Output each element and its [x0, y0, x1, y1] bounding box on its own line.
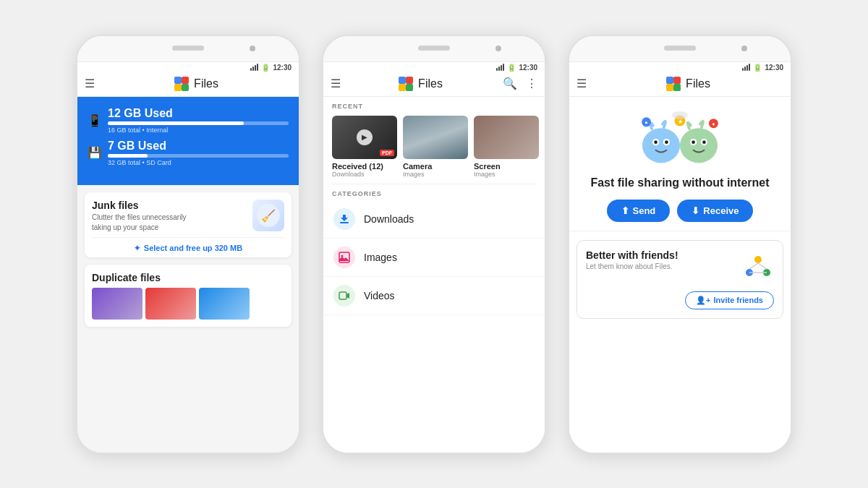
- sharing-svg: ★ ● ♦: [633, 106, 727, 171]
- junk-card: Junk files Clutter the files unnecessari…: [85, 192, 292, 257]
- phone-1-camera: [250, 46, 255, 51]
- recent-sub-camera: Images: [403, 171, 425, 178]
- junk-cta-label: Select and free up 320 MB: [144, 244, 242, 252]
- send-icon: ⬆: [621, 205, 629, 216]
- signal-icon-2: [496, 64, 504, 71]
- invite-friends-button[interactable]: 👤+ Invite friends: [685, 291, 774, 309]
- svg-rect-3: [182, 84, 189, 91]
- recent-item-received[interactable]: ▶ PDF Received (12) Downloads: [332, 116, 397, 178]
- recent-sub-screen: Images: [474, 171, 495, 178]
- recent-name-received: Received (12): [332, 162, 383, 171]
- category-downloads[interactable]: Downloads: [323, 200, 545, 239]
- dup-thumb-2: [145, 288, 196, 320]
- svg-rect-1: [182, 77, 189, 84]
- files-logo-3: [665, 76, 681, 92]
- categories-label: CATEGORIES: [323, 184, 545, 200]
- svg-line-39: [758, 263, 767, 269]
- phone-2-top-bar: [323, 36, 545, 62]
- hamburger-icon-3[interactable]: ☰: [576, 77, 587, 90]
- phones-container: 🔋 12:30 ☰ Files 📱 12 GB: [61, 20, 807, 468]
- hamburger-icon-2[interactable]: ☰: [331, 77, 341, 90]
- svg-point-34: [672, 111, 688, 119]
- svg-point-22: [665, 140, 668, 144]
- downloads-icon: [333, 208, 355, 230]
- storage-sub-internal: 16 GB total • Internal: [108, 127, 289, 134]
- storage-bar-bg-internal: [108, 121, 289, 125]
- sharing-title-text: Fast file sharing without internet: [590, 176, 769, 189]
- search-icon[interactable]: 🔍: [503, 77, 517, 90]
- app-bar-title-2: Files: [346, 76, 494, 92]
- storage-info-sd: 7 GB Used 32 GB total • SD Card: [108, 140, 289, 166]
- category-videos[interactable]: Videos: [323, 277, 545, 315]
- phone-1-top-bar: [77, 36, 299, 62]
- friends-text: Better with friends! Let them know about…: [586, 249, 678, 270]
- phone-3-appbar: ☰ Files: [569, 72, 791, 97]
- storage-bar-bg-sd: [108, 154, 289, 158]
- receive-label: Receive: [703, 205, 739, 216]
- network-icon: [742, 249, 774, 281]
- dup-thumb-3: [199, 288, 250, 320]
- phone-1-speaker: [172, 46, 204, 51]
- phone-3: 🔋 12:30 ☰ Files: [568, 35, 792, 454]
- app-bar-title-3: Files: [592, 76, 783, 92]
- videos-icon: [333, 285, 355, 307]
- svg-point-25: [692, 140, 695, 144]
- storage-info-internal: 12 GB Used 16 GB total • Internal: [108, 107, 289, 134]
- svg-rect-13: [339, 292, 346, 299]
- phone-3-top-bar: [569, 36, 791, 62]
- receive-button[interactable]: ⬇ Receive: [677, 200, 753, 222]
- storage-card: 📱 12 GB Used 16 GB total • Internal 💾 7 …: [77, 97, 299, 185]
- phone-2: 🔋 12:30 ☰ Files 🔍 ⋮ RECENT: [322, 35, 546, 454]
- app-title-text: Files: [194, 77, 218, 90]
- category-images[interactable]: Images: [323, 239, 545, 277]
- battery-icon-3: 🔋: [753, 64, 762, 72]
- recent-name-screen: Screen: [474, 162, 501, 171]
- storage-row-sd: 💾 7 GB Used 32 GB total • SD Card: [88, 140, 289, 166]
- svg-point-23: [680, 128, 718, 163]
- phone-2-camera: [495, 46, 501, 51]
- phone-2-status-bar: 🔋 12:30: [323, 62, 545, 72]
- svg-line-38: [749, 263, 758, 269]
- svg-rect-16: [666, 84, 673, 91]
- phone-1-status-bar: 🔋 12:30: [77, 62, 299, 72]
- recent-item-camera[interactable]: Camera Images: [403, 116, 468, 178]
- recent-item-screen[interactable]: Screen Images: [474, 116, 539, 178]
- storage-bar-fill-sd: [108, 154, 148, 158]
- storage-phone-icon: 📱: [88, 114, 102, 127]
- junk-cta-button[interactable]: ✦ Select and free up 320 MB: [92, 237, 284, 257]
- friends-desc: Let them know about Files.: [586, 262, 678, 270]
- app-bar-title: Files: [101, 76, 292, 92]
- svg-rect-7: [406, 77, 413, 84]
- phone-3-speaker: [664, 46, 696, 51]
- phone-3-status-bar: 🔋 12:30: [569, 62, 791, 72]
- svg-point-20: [654, 140, 658, 144]
- svg-point-18: [642, 128, 680, 163]
- battery-icon: 🔋: [261, 64, 270, 72]
- more-icon[interactable]: ⋮: [526, 77, 537, 90]
- junk-title: Junk files: [92, 200, 208, 211]
- category-images-label: Images: [364, 252, 397, 263]
- sharing-buttons: ⬆ Send ⬇ Receive: [607, 200, 754, 222]
- images-icon: [333, 247, 355, 268]
- svg-rect-14: [666, 77, 673, 84]
- signal-icon-3: [742, 64, 750, 71]
- svg-text:●: ●: [644, 119, 647, 126]
- play-icon: ▶: [357, 129, 373, 145]
- svg-text:🧹: 🧹: [261, 209, 276, 223]
- receive-icon: ⬇: [692, 205, 699, 216]
- dup-thumb-1: [92, 288, 142, 320]
- status-time-3: 12:30: [765, 64, 783, 72]
- phone-3-content: ★ ● ♦ Fast file sharing without internet…: [569, 97, 791, 453]
- hamburger-icon[interactable]: ☰: [85, 77, 95, 90]
- app-title-text-3: Files: [686, 77, 710, 90]
- svg-rect-10: [340, 222, 349, 223]
- duplicate-card: Duplicate files: [85, 265, 292, 327]
- send-button[interactable]: ⬆ Send: [607, 200, 671, 222]
- sharing-illustration: ★ ● ♦: [633, 110, 727, 168]
- sparkle-icon: ✦: [134, 244, 140, 253]
- phone-2-speaker: [418, 46, 450, 51]
- recent-thumb-received: ▶ PDF: [332, 116, 397, 159]
- storage-used-sd: 7 GB Used: [108, 140, 289, 153]
- phone-3-camera: [741, 46, 747, 51]
- files-logo-2: [398, 76, 414, 92]
